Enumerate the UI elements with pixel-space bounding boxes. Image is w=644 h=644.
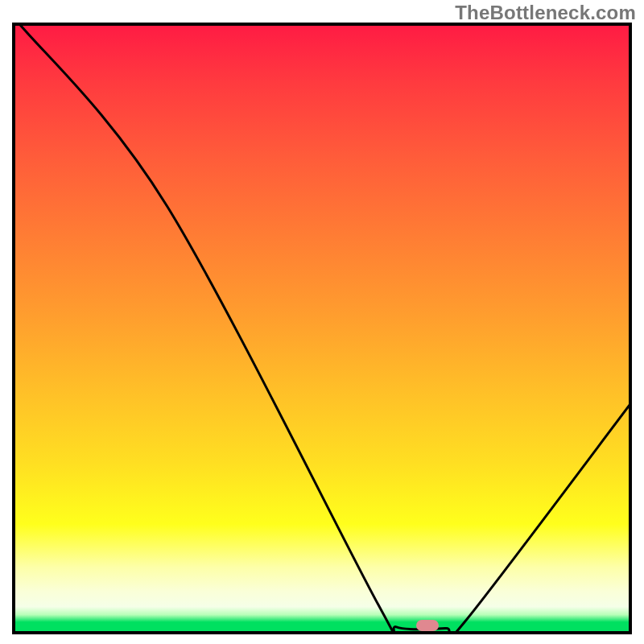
watermark-text: TheBottleneck.com [455, 2, 636, 24]
plot-area [12, 23, 632, 634]
target-marker [416, 620, 439, 631]
chart-container: TheBottleneck.com [0, 0, 644, 644]
gradient-background [12, 23, 632, 634]
